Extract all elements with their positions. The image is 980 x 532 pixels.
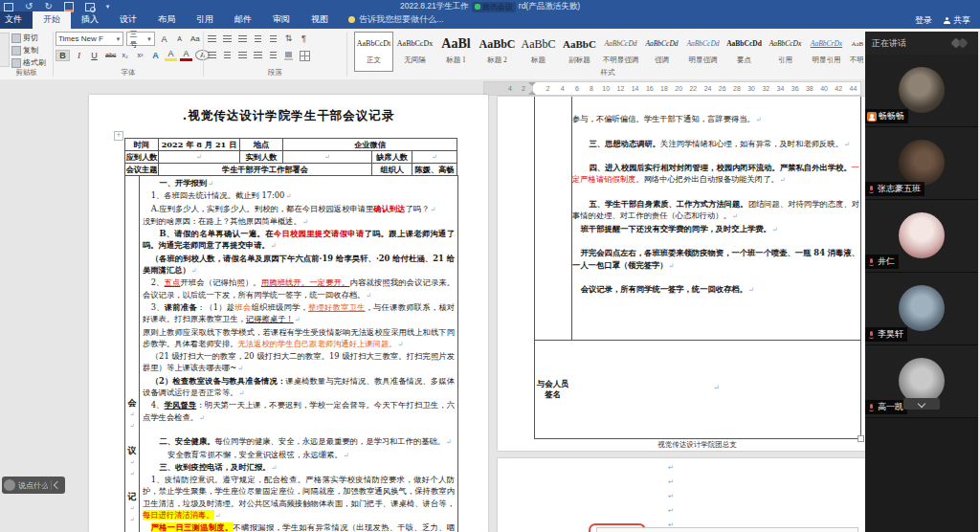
indent-markers[interactable]: [528, 82, 535, 95]
actual-value[interactable]: ↵: [283, 151, 372, 164]
tab-插入[interactable]: 插入: [71, 11, 109, 29]
bold-button[interactable]: B: [56, 50, 70, 61]
align-center-icon[interactable]: [221, 49, 234, 61]
bullets-icon[interactable]: [206, 33, 218, 45]
align-left-icon[interactable]: [206, 49, 218, 61]
style-card-标题[interactable]: AaBbC标题: [519, 32, 558, 72]
shrink-font-button[interactable]: A: [173, 35, 186, 42]
tell-me-box[interactable]: 告诉我您想要做什么...: [339, 11, 454, 29]
paragraph: 开完会四点左右，各班班委来领防疫物资，一个班一个喷壶、一瓶 84 消毒液、一人一…: [572, 247, 859, 272]
page-1[interactable]: .视觉传达设计学院学生干部会议记录 + 时间 2022 年 8 月 21 日 地…: [89, 95, 488, 532]
copy-icon: [11, 46, 21, 55]
topic-value[interactable]: 学生干部开学工作部署会: [159, 164, 372, 176]
tab-视图[interactable]: 视图: [301, 11, 339, 29]
sort-icon[interactable]: ⇅: [282, 33, 295, 45]
tab-引用[interactable]: 引用: [186, 11, 224, 29]
horizontal-ruler[interactable]: 42 2468101214161820222426283032343638404…: [483, 81, 861, 96]
table-border: [534, 438, 861, 439]
style-sample: AaBbCrDx: [808, 33, 845, 55]
sign-in-button[interactable]: 登录: [915, 14, 932, 27]
page-2[interactable]: 参与，不偏听偏信。学生干部下通知，言辞要得当。↵三、思想动态调研。关注同学情绪和…: [498, 97, 865, 451]
font-size-select[interactable]: 三号▼: [126, 32, 155, 46]
subscript-button[interactable]: x₂: [119, 52, 131, 58]
tab-设计[interactable]: 设计: [109, 11, 147, 29]
next-page-top[interactable]: ↵↵↵↵↵: [498, 458, 865, 532]
style-card-引用[interactable]: AaBbCcDx引用: [766, 32, 805, 72]
font-color-button[interactable]: A: [180, 49, 192, 61]
table-move-handle[interactable]: +: [114, 131, 123, 141]
line-spacing-icon[interactable]: [267, 49, 279, 61]
justify-icon[interactable]: [252, 49, 264, 61]
participant-tile[interactable]: 李昊轩: [865, 273, 978, 345]
copy-button[interactable]: 复制: [11, 45, 46, 55]
share-button[interactable]: 共享: [944, 14, 970, 27]
chevron-left-icon[interactable]: [54, 481, 61, 489]
style-card-正文[interactable]: AaBbCcDt正文: [354, 32, 393, 72]
align-right-icon[interactable]: [236, 49, 249, 61]
multilevel-list-icon[interactable]: [236, 33, 249, 45]
minutes-text-page2[interactable]: 参与，不偏听偏信。学生干部下通知，言辞要得当。↵三、思想动态调研。关注同学情绪和…: [572, 97, 859, 296]
participant-tile[interactable]: 井仁: [865, 200, 978, 273]
tab-开始[interactable]: 开始: [33, 11, 71, 29]
pilcrow-mark: ↵: [366, 292, 371, 299]
minutes-body-row: 会↵↵议↵↵记↵↵录↵↵ 一、开学报到↵1、各班回去统计情况。截止到 17:00…: [124, 175, 458, 532]
style-card-标题 2[interactable]: AaBbC标题 2: [478, 32, 517, 72]
decrease-indent-icon[interactable]: [252, 33, 264, 45]
paragraph: 3、课前准备：（1）趁班会组织班级同学，整理好教室卫生，与任课教师联系，核对好课…: [143, 301, 455, 326]
style-card-标题 1[interactable]: AaBl标题 1: [436, 32, 476, 72]
tab-布局[interactable]: 布局: [147, 11, 186, 29]
place-value[interactable]: 企业微信: [283, 139, 457, 151]
participant-tile[interactable]: 高一凯: [865, 345, 978, 418]
participant-tile[interactable]: 张志豪五班: [865, 127, 978, 200]
strikethrough-button[interactable]: abc: [103, 52, 116, 58]
ruler-number: 32: [759, 85, 773, 92]
style-card-明显强调[interactable]: AaBbCcDd明显强调: [683, 32, 723, 72]
grow-font-button[interactable]: A: [158, 34, 170, 44]
cut-button[interactable]: 剪切: [11, 33, 46, 43]
italic-button[interactable]: I: [73, 51, 85, 60]
organizer-value[interactable]: 陈媛、高畅: [412, 164, 457, 176]
absent-value[interactable]: ↵: [412, 151, 457, 164]
person-icon: [944, 17, 950, 24]
superscript-button[interactable]: x²: [134, 52, 146, 58]
meeting-overlay-chip[interactable]: 腾讯会议: [472, 2, 516, 12]
collapse-chevron-button[interactable]: [903, 398, 940, 410]
minutes-text-page1[interactable]: 一、开学报到↵1、各班回去统计情况。截止到 17:00↵A.应到多少人，实到多少…: [140, 175, 457, 532]
text-highlight-button[interactable]: A: [165, 49, 177, 61]
show-marks-icon[interactable]: ¶: [298, 33, 310, 45]
group-separator: [203, 32, 204, 77]
style-card-不明显强调[interactable]: AaBbCcDd不明显强调: [601, 32, 640, 72]
style-card-无间隔[interactable]: AaBbCcDx无间隔: [395, 32, 434, 72]
tab-审阅[interactable]: 审阅: [262, 11, 301, 29]
style-card-副标题[interactable]: AaBbC副标题: [560, 32, 599, 72]
style-card-不明显参考[interactable]: AaBaCcDol不明显参考: [848, 32, 863, 72]
participant-tile[interactable]: 畅畅畅: [865, 55, 978, 127]
text-effects-button[interactable]: A: [149, 51, 162, 60]
chat-input-pill[interactable]: 说点什么...: [2, 477, 65, 494]
ruler-number: 44: [846, 85, 860, 92]
avatar: [899, 212, 945, 258]
ruler-number: 30: [745, 85, 759, 92]
shading-icon[interactable]: [282, 49, 295, 61]
participant-name: 井仁: [878, 255, 895, 268]
style-card-要点[interactable]: AaBbCcDd要点: [724, 32, 764, 72]
pilcrow-mark: ↵: [125, 516, 139, 522]
increase-indent-icon[interactable]: [267, 33, 279, 45]
style-label: 要点: [725, 55, 763, 65]
expected-value[interactable]: ↵: [159, 151, 240, 164]
style-card-强调[interactable]: AaBbCcDd强调: [642, 32, 681, 72]
signature-area[interactable]: ↵: [713, 384, 720, 392]
paragraph: 四、进入校园后实行相对封闭管理，校园内闭环流动。严禁私自外出学校。一定严格请销假…: [572, 162, 859, 187]
pilcrow-mark: ↵: [772, 226, 778, 233]
style-card-明显引用[interactable]: AaBbCrDx明显引用: [807, 32, 846, 72]
underline-button[interactable]: U: [88, 51, 100, 60]
font-family-select[interactable]: Times New F▼: [56, 32, 123, 46]
numbering-icon[interactable]: [221, 33, 234, 45]
time-value[interactable]: 2022 年 8 月 21 日: [159, 139, 240, 151]
paste-button[interactable]: [0, 33, 10, 67]
change-case-button[interactable]: Aa: [189, 34, 201, 43]
tab-邮件[interactable]: 邮件: [224, 11, 262, 29]
borders-icon[interactable]: [298, 49, 310, 61]
format-painter-button[interactable]: 格式刷: [11, 57, 46, 68]
tab-file[interactable]: 文件: [0, 11, 33, 29]
